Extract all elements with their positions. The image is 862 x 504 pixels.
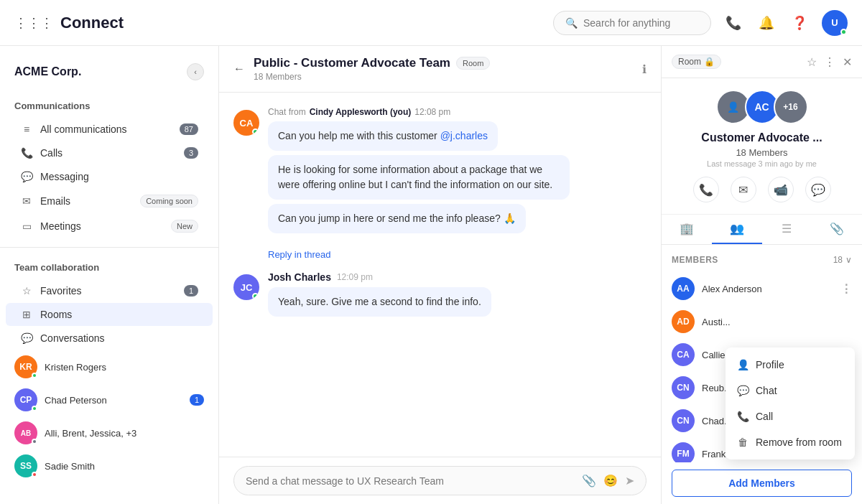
status-dot [32,439,37,444]
chat-input-area: 📎 😊 ➤ [219,457,661,504]
attachment-icon[interactable]: 📎 [582,474,596,487]
sidebar-item-calls[interactable]: 📞 Calls 3 [6,141,213,164]
room-tag: Room 🔒 [672,55,721,69]
send-icon[interactable]: ➤ [625,474,634,487]
conv-item-chad[interactable]: CP Chad Peterson 1 [0,383,218,416]
chat-input[interactable] [246,475,575,487]
panel-members-count: 18 Members [672,147,852,158]
member-row-alex: AA Alex Anderson ⋮ [672,272,852,305]
member-more-alex[interactable]: ⋮ [840,282,852,296]
conversations-icon: 💬 [20,332,33,344]
search-input[interactable] [583,17,698,29]
sidebar-item-meetings[interactable]: ▭ Meetings New [6,214,213,238]
all-comms-label: All communications [40,123,172,135]
rooms-label: Rooms [40,309,198,320]
profile-icon: 👤 [737,359,749,370]
conv-item-sadie[interactable]: SS Sadie Smith [0,449,218,482]
room-badge: Room [456,57,490,70]
status-dot [32,373,37,378]
status-dot [32,406,37,411]
right-panel: Room 🔒 ☆ ⋮ ✕ 👤 AC +16 Customer Advocate … [661,46,862,504]
sidebar-item-messaging[interactable]: 💬 Messaging [6,165,213,188]
chat-subtitle: 18 Members [254,72,634,82]
conv-avatar-chad: CP [14,388,37,411]
calls-label: Calls [40,147,177,159]
online-indicator [840,29,847,35]
left-sidebar: ACME Corp. ‹ Communications ≡ All commun… [0,46,219,504]
help-icon[interactable]: ❓ [789,12,810,34]
panel-tab-list[interactable]: ☰ [762,215,812,244]
emails-tag: Coming soon [140,195,198,207]
messaging-label: Messaging [40,171,198,182]
msg-avatar-josh: JC [233,274,259,300]
collapse-button[interactable]: ‹ [187,63,204,80]
online-dot [252,129,259,135]
message-group-1: CA Chat from Cindy Applesworth (you) 12:… [233,107,646,238]
emails-label: Emails [40,195,133,207]
grid-icon[interactable]: ⋮⋮⋮ [14,15,53,31]
msg-avatar-cindy: CA [233,110,259,136]
bell-icon[interactable]: 🔔 [756,12,777,34]
panel-tabs: 🏢 👥 ☰ 📎 [662,215,862,245]
more-icon[interactable]: ⋮ [824,55,835,69]
member-row-austi: AD Austi... [672,305,852,338]
conv-item-group[interactable]: AB Alli, Brent, Jessica, +3 [0,416,218,449]
sidebar-item-rooms[interactable]: ⊞ Rooms [6,303,213,326]
chat-title: Public - Customer Advocate Team Room [254,56,634,70]
close-icon[interactable]: ✕ [843,55,852,69]
msg-time-1: 12:08 pm [414,107,450,117]
search-box[interactable]: 🔍 [553,11,711,35]
add-members-button[interactable]: Add Members [672,470,852,497]
panel-chat-btn[interactable]: 💬 [805,177,831,202]
dropdown-profile[interactable]: 👤 Profile [726,352,855,378]
sidebar-header: ACME Corp. ‹ [0,57,218,92]
sidebar-item-conversations[interactable]: 💬 Conversations [6,327,213,350]
sidebar-item-emails[interactable]: ✉ Emails Coming soon [6,189,213,213]
panel-header: Room 🔒 ☆ ⋮ ✕ [662,46,862,78]
conv-item-kristen[interactable]: KR Kristen Rogers [0,350,218,383]
call-icon: 📞 [737,411,749,422]
dropdown-call[interactable]: 📞 Call [726,403,855,429]
dropdown-menu: 👤 Profile 💬 Chat 📞 Call 🗑 Remove from ro… [726,347,855,459]
conv-name-kristen: Kristen Rogers [45,362,204,373]
favorites-icon: ☆ [20,285,33,297]
panel-avatars: 👤 AC +16 [672,90,852,124]
star-icon[interactable]: ☆ [807,55,817,69]
member-avatar-reub: CN [672,376,695,399]
app-title: Connect [60,14,124,32]
panel-tab-attachment[interactable]: 📎 [812,215,862,244]
top-nav: ⋮⋮⋮ Connect 🔍 📞 🔔 ❓ U [0,0,862,46]
panel-email-btn[interactable]: ✉ [731,177,756,202]
panel-actions: 📞 ✉ 📹 💬 [672,177,852,202]
rooms-icon: ⊞ [20,309,33,320]
mention: @j.charles [440,130,488,141]
chat-from-label: Chat from [268,107,306,117]
phone-icon[interactable]: 📞 [723,12,744,34]
dropdown-remove[interactable]: 🗑 Remove from room [726,429,855,455]
sidebar-item-all-communications[interactable]: ≡ All communications 87 [6,118,213,141]
member-avatar-callie: CA [672,343,695,366]
back-button[interactable]: ← [233,62,245,75]
emails-icon: ✉ [20,195,33,207]
member-name-austi: Austi... [702,317,852,327]
panel-tab-members[interactable]: 👥 [712,215,762,244]
info-icon[interactable]: ℹ [642,62,646,76]
meetings-tag: New [171,220,198,233]
member-avatar-frank: FM [672,442,695,462]
panel-tab-building[interactable]: 🏢 [662,215,712,244]
msg-header-2: Josh Charles 12:09 pm [268,271,646,283]
msg-chat-from: Chat from Cindy Applesworth (you) 12:08 … [268,107,450,117]
reply-thread-link[interactable]: Reply in thread [233,249,646,260]
panel-video-btn[interactable]: 📹 [768,177,794,202]
members-header: MEMBERS 18 ∨ [672,251,852,269]
chat-header: ← Public - Customer Advocate Team Room 1… [219,46,661,93]
panel-call-btn[interactable]: 📞 [693,177,719,202]
message-group-2: JC Josh Charles 12:09 pm Yeah, sure. Giv… [233,271,646,321]
emoji-icon[interactable]: 😊 [603,474,618,487]
chat-bubble-1c: Can you jump in here or send me the info… [268,204,526,233]
dropdown-chat[interactable]: 💬 Chat [726,378,855,403]
sidebar-item-favorites[interactable]: ☆ Favorites 1 [6,279,213,302]
all-comms-icon: ≡ [20,123,33,135]
user-avatar[interactable]: U [822,10,848,36]
msg-content-2: Josh Charles 12:09 pm Yeah, sure. Give m… [268,271,646,321]
